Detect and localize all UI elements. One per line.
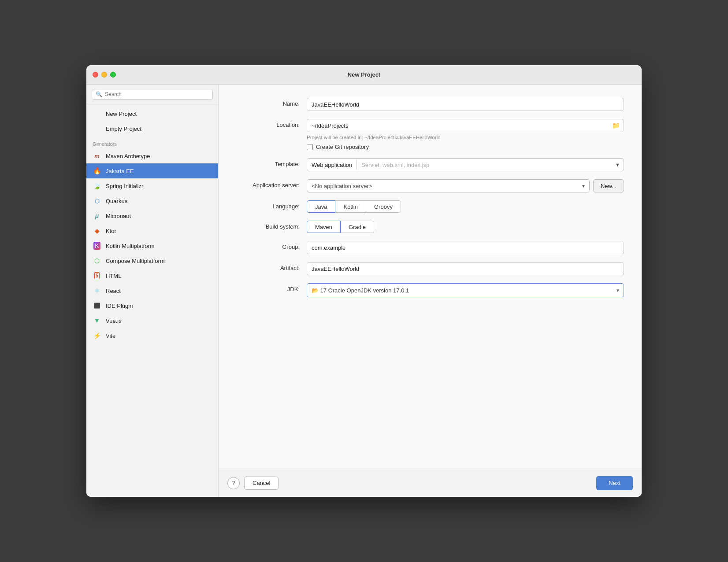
- window-title: New Project: [348, 71, 380, 78]
- template-chevron-icon: ▼: [612, 162, 624, 167]
- artifact-label: Artifact:: [236, 262, 307, 271]
- artifact-input[interactable]: [307, 262, 624, 275]
- maximize-button[interactable]: [110, 72, 116, 78]
- sidebar-item-label: Spring Initializr: [106, 183, 143, 189]
- new-server-button[interactable]: New...: [593, 179, 624, 192]
- language-control: JavaKotlinGroovy: [307, 200, 624, 213]
- sidebar-item-label: Maven Archetype: [106, 153, 150, 159]
- jdk-select[interactable]: 📂 17 Oracle OpenJDK version 17.0.1: [307, 283, 624, 297]
- sidebar-item-compose-multiplatform[interactable]: ⬡Compose Multiplatform: [86, 253, 218, 268]
- name-input[interactable]: [307, 98, 624, 111]
- quarkus-icon: ⬡: [93, 196, 101, 205]
- location-control: 📁 Project will be created in: ~/IdeaProj…: [307, 119, 624, 150]
- jdk-control: 📂 17 Oracle OpenJDK version 17.0.1 ▼: [307, 283, 624, 297]
- git-checkbox[interactable]: [307, 144, 313, 150]
- search-box: 🔍: [86, 85, 218, 104]
- language-btn-groovy[interactable]: Groovy: [366, 200, 401, 213]
- app-server-input-row: <No application server> ▼ New...: [307, 179, 624, 192]
- sidebar-item-label: HTML: [106, 273, 121, 279]
- template-row: Template: Web application Servlet, web.x…: [236, 158, 624, 171]
- sidebar-item-micronaut[interactable]: μMicronaut: [86, 208, 218, 223]
- generators-label: Generators: [86, 138, 218, 148]
- sidebar-item-react[interactable]: ⚛React: [86, 283, 218, 298]
- sidebar-item-vuejs[interactable]: ▼Vue.js: [86, 313, 218, 328]
- sidebar-item-jakarta-ee[interactable]: 🔥Jakarta EE: [86, 163, 218, 178]
- minimize-button[interactable]: [101, 72, 107, 78]
- language-label: Language:: [236, 200, 307, 210]
- name-control: [307, 98, 624, 111]
- bottom-bar: ? Cancel Next: [219, 469, 642, 497]
- group-input[interactable]: [307, 241, 624, 254]
- build-system-row: Build system: MavenGradle: [236, 221, 624, 233]
- git-checkbox-label[interactable]: Create Git repository: [316, 144, 369, 150]
- template-hint: Servlet, web.xml, index.jsp: [357, 160, 612, 170]
- sidebar-item-label: Vite: [106, 333, 115, 339]
- next-button[interactable]: Next: [596, 476, 633, 490]
- jakarta-ee-icon: 🔥: [93, 166, 101, 175]
- main-panel: Name: Location: 📁 Project will be create…: [219, 85, 642, 497]
- artifact-control: [307, 262, 624, 275]
- new-project-icon: [93, 109, 101, 118]
- sidebar-item-empty-project[interactable]: Empty Project: [86, 121, 218, 136]
- content-area: 🔍 New Project Empty Project Generators m…: [86, 85, 642, 497]
- language-toggle-group: JavaKotlinGroovy: [307, 200, 624, 213]
- app-server-row: Application server: <No application serv…: [236, 179, 624, 192]
- sidebar: 🔍 New Project Empty Project Generators m…: [86, 85, 219, 497]
- git-checkbox-row: Create Git repository: [307, 144, 624, 150]
- build-system-control: MavenGradle: [307, 221, 624, 233]
- folder-button[interactable]: 📁: [611, 121, 620, 130]
- traffic-lights: [93, 72, 116, 78]
- ktor-icon: ◆: [93, 226, 101, 235]
- group-control: [307, 241, 624, 254]
- search-icon: 🔍: [96, 91, 102, 97]
- vuejs-icon: ▼: [93, 316, 101, 325]
- group-label: Group:: [236, 241, 307, 250]
- search-input[interactable]: [105, 91, 209, 97]
- location-input[interactable]: [307, 119, 624, 132]
- sidebar-item-vite[interactable]: ⚡Vite: [86, 328, 218, 343]
- sidebar-item-quarkus[interactable]: ⬡Quarkus: [86, 193, 218, 208]
- app-server-select[interactable]: <No application server>: [307, 179, 590, 192]
- sidebar-item-label: New Project: [106, 111, 137, 117]
- search-input-wrap[interactable]: 🔍: [92, 89, 213, 100]
- name-row: Name:: [236, 98, 624, 111]
- title-bar: New Project: [86, 65, 642, 85]
- sidebar-item-label: Ktor: [106, 228, 116, 234]
- maven-archetype-icon: m: [93, 152, 101, 160]
- sidebar-top-items: New Project Empty Project: [86, 104, 218, 138]
- location-row: Location: 📁 Project will be created in: …: [236, 119, 624, 150]
- sidebar-item-html[interactable]: 5HTML: [86, 268, 218, 283]
- form-area: Name: Location: 📁 Project will be create…: [219, 85, 642, 469]
- build-system-toggle-group: MavenGradle: [307, 221, 624, 233]
- language-btn-java[interactable]: Java: [307, 200, 335, 213]
- artifact-row: Artifact:: [236, 262, 624, 275]
- sidebar-item-label: Vue.js: [106, 318, 122, 324]
- template-value: Web application: [307, 160, 357, 170]
- build-btn-maven[interactable]: Maven: [307, 221, 341, 233]
- help-button[interactable]: ?: [227, 477, 240, 489]
- language-btn-kotlin[interactable]: Kotlin: [335, 200, 366, 213]
- sidebar-item-ide-plugin[interactable]: ⬛IDE Plugin: [86, 298, 218, 313]
- group-row: Group:: [236, 241, 624, 254]
- close-button[interactable]: [93, 72, 98, 78]
- sidebar-item-label: Kotlin Multiplatform: [106, 243, 155, 249]
- build-system-label: Build system:: [236, 221, 307, 230]
- app-server-control: <No application server> ▼ New...: [307, 179, 624, 192]
- vite-icon: ⚡: [93, 331, 101, 340]
- sidebar-item-spring-initializr[interactable]: 🍃Spring Initializr: [86, 178, 218, 193]
- sidebar-item-label: Compose Multiplatform: [106, 258, 165, 264]
- sidebar-item-kotlin-multiplatform[interactable]: KKotlin Multiplatform: [86, 238, 218, 253]
- sidebar-item-new-project[interactable]: New Project: [86, 106, 218, 121]
- sidebar-item-maven-archetype[interactable]: mMaven Archetype: [86, 148, 218, 163]
- sidebar-item-ktor[interactable]: ◆Ktor: [86, 223, 218, 238]
- template-dropdown[interactable]: Web application Servlet, web.xml, index.…: [307, 158, 624, 171]
- jdk-label: JDK:: [236, 283, 307, 292]
- app-server-select-wrap: <No application server> ▼: [307, 179, 590, 192]
- cancel-button[interactable]: Cancel: [244, 477, 279, 490]
- sidebar-item-label: IDE Plugin: [106, 303, 133, 309]
- build-btn-gradle[interactable]: Gradle: [341, 221, 374, 233]
- bottom-left: ? Cancel: [227, 477, 279, 490]
- language-row: Language: JavaKotlinGroovy: [236, 200, 624, 213]
- name-label: Name:: [236, 98, 307, 107]
- jdk-row: JDK: 📂 17 Oracle OpenJDK version 17.0.1 …: [236, 283, 624, 297]
